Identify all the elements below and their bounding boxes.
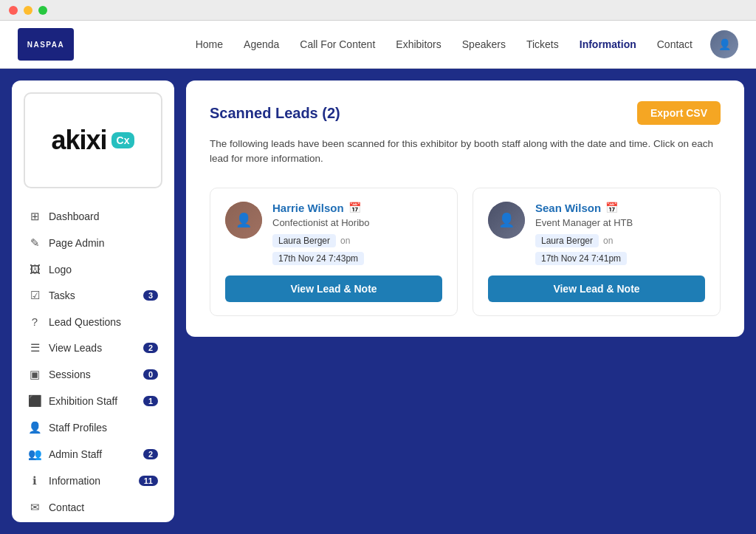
close-button[interactable] [9, 6, 18, 15]
meta-person-sean: Laura Berger [535, 234, 599, 247]
sessions-icon: ▣ [28, 368, 41, 381]
sidebar-item-view-leads[interactable]: ☰ View Leads 2 [24, 335, 162, 361]
sidebar-label-staff-profiles: Staff Profiles [49, 422, 158, 434]
admin-staff-badge: 2 [143, 449, 158, 459]
meta-on-harrie: on [340, 236, 350, 246]
sidebar-card: akixi Cx ⊞ Dashboard ✎ Page Admin 🖼 Logo [12, 81, 174, 522]
sidebar-nav: ⊞ Dashboard ✎ Page Admin 🖼 Logo ☑ Tasks … [24, 203, 162, 521]
sidebar-item-dashboard[interactable]: ⊞ Dashboard [24, 203, 162, 230]
nav-contact[interactable]: Contact [657, 38, 693, 50]
lead-header-sean: 👤 Sean Wilson 📅 Event Manager at HTB Lau… [488, 202, 705, 265]
main-layout: akixi Cx ⊞ Dashboard ✎ Page Admin 🖼 Logo [0, 69, 756, 534]
information-icon: ℹ [28, 474, 41, 487]
site-logo: NASPAA [18, 28, 74, 61]
content-description: The following leads have been scanned fo… [210, 137, 721, 167]
sidebar-label-view-leads: View Leads [49, 342, 136, 354]
lead-avatar-sean: 👤 [488, 202, 525, 239]
nav-agenda[interactable]: Agenda [244, 38, 279, 50]
view-leads-icon: ☰ [28, 341, 41, 355]
nav-home[interactable]: Home [196, 38, 223, 50]
lead-header-harrie: 👤 Harrie Wilson 📅 Confectionist at Horib… [225, 202, 442, 265]
nav-tickets[interactable]: Tickets [526, 38, 559, 50]
view-lead-note-button-sean[interactable]: View Lead & Note [488, 275, 705, 302]
view-leads-badge: 2 [143, 343, 158, 353]
lead-meta-harrie: Laura Berger on 17th Nov 24 7:43pm [272, 234, 442, 265]
admin-staff-icon: 👥 [28, 448, 41, 461]
lead-info-harrie: Harrie Wilson 📅 Confectionist at Horibo … [272, 202, 442, 265]
lead-role-harrie: Confectionist at Horibo [272, 217, 442, 228]
akixi-logo: akixi Cx [52, 125, 135, 156]
tasks-badge: 3 [143, 290, 158, 301]
lead-name-harrie: Harrie Wilson [272, 202, 344, 214]
cx-badge: Cx [111, 132, 135, 148]
sessions-badge: 0 [143, 369, 158, 380]
minimize-button[interactable] [24, 6, 32, 15]
information-badge: 11 [139, 476, 158, 486]
page-title: Scanned Leads (2) [210, 105, 340, 122]
sidebar: akixi Cx ⊞ Dashboard ✎ Page Admin 🖼 Logo [0, 69, 186, 534]
lead-name-row-sean: Sean Wilson 📅 [535, 202, 705, 214]
nav-speakers[interactable]: Speakers [462, 38, 506, 50]
sidebar-label-sessions: Sessions [49, 369, 136, 380]
contact-icon: ✉ [28, 501, 41, 514]
nav-information[interactable]: Information [580, 38, 636, 50]
maximize-button[interactable] [38, 6, 47, 15]
lead-name-row-harrie: Harrie Wilson 📅 [272, 202, 442, 214]
content-area: Scanned Leads (2) Export CSV The followi… [186, 69, 756, 534]
lead-info-sean: Sean Wilson 📅 Event Manager at HTB Laura… [535, 202, 705, 265]
sidebar-label-dashboard: Dashboard [49, 210, 158, 222]
meta-date-sean: 17th Nov 24 7:41pm [535, 252, 627, 265]
lead-name-sean: Sean Wilson [535, 202, 601, 214]
logo-icon: 🖼 [28, 263, 41, 275]
meta-date-harrie: 17th Nov 24 7:43pm [272, 252, 364, 265]
lead-questions-icon: ? [28, 315, 41, 328]
content-header: Scanned Leads (2) Export CSV [210, 101, 721, 125]
meta-person-harrie: Laura Berger [272, 234, 336, 247]
export-csv-button[interactable]: Export CSV [637, 101, 721, 125]
sidebar-item-admin-staff[interactable]: 👥 Admin Staff 2 [24, 441, 162, 468]
sidebar-item-contact[interactable]: ✉ Contact [24, 494, 162, 521]
meta-on-sean: on [603, 236, 613, 246]
leads-grid: 👤 Harrie Wilson 📅 Confectionist at Horib… [210, 188, 721, 316]
sidebar-item-tasks[interactable]: ☑ Tasks 3 [24, 282, 162, 309]
dashboard-icon: ⊞ [28, 210, 41, 223]
tasks-icon: ☑ [28, 289, 41, 302]
exhibitor-logo-area: akixi Cx [24, 92, 162, 188]
nav-call-for-content[interactable]: Call For Content [300, 38, 375, 50]
calendar-icon-harrie[interactable]: 📅 [348, 202, 361, 213]
calendar-icon-sean[interactable]: 📅 [605, 202, 618, 213]
sidebar-label-tasks: Tasks [49, 290, 136, 301]
content-card: Scanned Leads (2) Export CSV The followi… [186, 81, 744, 337]
sidebar-item-exhibition-staff[interactable]: ⬛ Exhibition Staff 1 [24, 388, 162, 414]
lead-role-sean: Event Manager at HTB [535, 217, 705, 228]
sidebar-item-staff-profiles[interactable]: 👤 Staff Profiles [24, 414, 162, 441]
window-chrome [0, 0, 756, 21]
lead-meta-sean: Laura Berger on 17th Nov 24 7:41pm [535, 234, 705, 265]
akixi-text: akixi [52, 125, 107, 156]
lead-avatar-harrie: 👤 [225, 202, 262, 239]
sidebar-label-lead-questions: Lead Questions [49, 316, 158, 328]
sidebar-item-sessions[interactable]: ▣ Sessions 0 [24, 361, 162, 388]
sidebar-item-lead-questions[interactable]: ? Lead Questions [24, 309, 162, 335]
exhibition-staff-badge: 1 [143, 396, 158, 406]
lead-card-harrie: 👤 Harrie Wilson 📅 Confectionist at Horib… [210, 188, 458, 316]
sidebar-label-information: Information [49, 475, 131, 487]
view-lead-note-button-harrie[interactable]: View Lead & Note [225, 275, 442, 302]
sidebar-label-page-admin: Page Admin [49, 237, 158, 249]
sidebar-item-information[interactable]: ℹ Information 11 [24, 468, 162, 494]
top-nav: NASPAA Home Agenda Call For Content Exhi… [0, 21, 756, 69]
exhibition-staff-icon: ⬛ [28, 394, 41, 408]
sidebar-label-contact: Contact [49, 502, 158, 513]
staff-profiles-icon: 👤 [28, 421, 41, 434]
sidebar-label-admin-staff: Admin Staff [49, 448, 136, 460]
sidebar-item-logo[interactable]: 🖼 Logo [24, 256, 162, 282]
page-admin-icon: ✎ [28, 236, 41, 250]
nav-links: Home Agenda Call For Content Exhibitors … [196, 38, 693, 51]
lead-card-sean: 👤 Sean Wilson 📅 Event Manager at HTB Lau… [472, 188, 721, 316]
sidebar-label-exhibition-staff: Exhibition Staff [49, 395, 136, 407]
user-avatar[interactable]: 👤 [710, 30, 738, 58]
sidebar-label-logo: Logo [49, 264, 158, 275]
nav-exhibitors[interactable]: Exhibitors [396, 38, 441, 50]
sidebar-item-page-admin[interactable]: ✎ Page Admin [24, 230, 162, 256]
